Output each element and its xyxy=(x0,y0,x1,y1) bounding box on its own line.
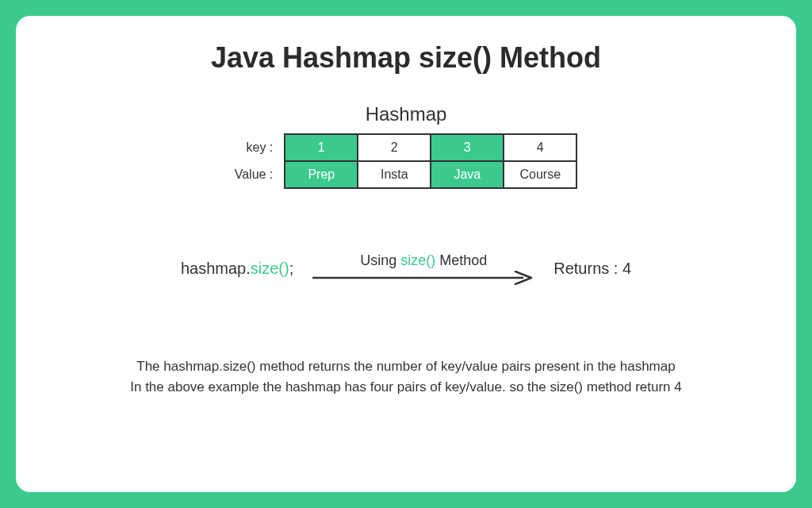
arrow-caption-suffix: Method xyxy=(435,252,487,268)
hashmap-heading: Hashmap xyxy=(48,103,764,125)
code-call-suffix: ; xyxy=(289,260,294,277)
arrow-caption-prefix: Using xyxy=(360,252,400,268)
code-call-method: size() xyxy=(251,260,289,277)
arrow-caption: Using size() Method xyxy=(360,252,487,269)
hashmap-grid: 1234PrepInstaJavaCourse xyxy=(284,133,577,189)
key-cell: 1 xyxy=(285,134,358,161)
value-cell: Java xyxy=(431,161,504,188)
key-row-label: key : xyxy=(235,134,277,161)
description-line-2: In the above example the hashmap has fou… xyxy=(48,377,764,398)
value-row-label: Value : xyxy=(235,161,277,188)
value-cell: Prep xyxy=(285,161,358,188)
hashmap-row-labels: key : Value : xyxy=(235,134,277,188)
description-block: The hashmap.size() method returns the nu… xyxy=(48,356,764,397)
description-line-1: The hashmap.size() method returns the nu… xyxy=(48,356,764,377)
content-card: Java Hashmap size() Method Hashmap key :… xyxy=(16,16,796,492)
arrow-icon xyxy=(312,271,534,285)
key-cell: 4 xyxy=(504,134,576,161)
arrow-caption-method: size() xyxy=(400,252,435,268)
page-title: Java Hashmap size() Method xyxy=(48,41,764,75)
key-cell: 3 xyxy=(431,134,504,161)
code-call-prefix: hashmap. xyxy=(181,260,251,277)
value-cell: Insta xyxy=(358,161,431,188)
value-cell: Course xyxy=(504,161,576,188)
code-call: hashmap.size(); xyxy=(181,260,293,278)
flow-row: hashmap.size(); Using size() Method Retu… xyxy=(48,252,764,285)
hashmap-diagram: Hashmap key : Value : 1234PrepInstaJavaC… xyxy=(48,103,764,189)
returns-text: Returns : 4 xyxy=(553,260,631,278)
key-cell: 2 xyxy=(358,134,431,161)
arrow-block: Using size() Method xyxy=(312,252,534,285)
hashmap-table-wrap: key : Value : 1234PrepInstaJavaCourse xyxy=(235,133,578,189)
